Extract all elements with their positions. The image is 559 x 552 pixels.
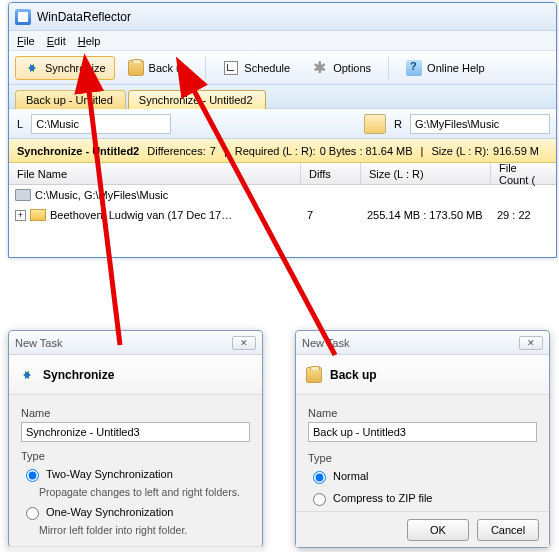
status-size-value: 916.59 M: [493, 145, 539, 157]
status-size-label: Size (L : R):: [431, 145, 489, 157]
schedule-label: Schedule: [244, 62, 290, 74]
radio-normal-input[interactable]: [313, 471, 326, 484]
menubar: File Edit Help: [9, 31, 556, 51]
backup-icon: [128, 60, 144, 76]
row-name: Beethoven, Ludwig van (17 Dec 17…: [50, 209, 232, 221]
dialog-buttons: OK Cancel: [296, 511, 549, 547]
menu-file[interactable]: File: [17, 35, 35, 47]
radio-normal-label: Normal: [333, 470, 368, 482]
toolbar: Synchronize Back up Schedule Options Onl…: [9, 51, 556, 85]
task-name-input[interactable]: [21, 422, 250, 442]
tab-synchronize[interactable]: Synchronize - Untitled2: [128, 90, 266, 109]
schedule-icon: [223, 60, 239, 76]
app-icon: [15, 9, 31, 25]
separator: [388, 57, 389, 79]
type-label: Type: [21, 450, 250, 462]
radio-one-way[interactable]: One-Way Synchronization: [21, 504, 250, 520]
row-size: 255.14 MB : 173.50 MB: [367, 209, 497, 221]
grid-header: File Name Diffs Size (L : R) File Count …: [9, 163, 556, 185]
dialog-header-label: Synchronize: [43, 368, 114, 382]
tabstrip: Back up - Untitled Synchronize - Untitle…: [9, 85, 556, 109]
row-diffs: 7: [307, 209, 367, 221]
root-path: C:\Music, G:\MyFiles\Music: [35, 189, 168, 201]
online-help-button[interactable]: Online Help: [397, 56, 493, 80]
options-button[interactable]: Options: [303, 56, 380, 80]
menu-help[interactable]: Help: [78, 35, 101, 47]
dialog-title: New Task: [15, 337, 62, 349]
online-help-label: Online Help: [427, 62, 484, 74]
status-diffs-label: Differences:: [147, 145, 206, 157]
radio-one-way-label: One-Way Synchronization: [46, 506, 173, 518]
titlebar[interactable]: WinDataReflector: [9, 3, 556, 31]
backup-label: Back up: [149, 62, 189, 74]
options-icon: [312, 60, 328, 76]
synchronize-button[interactable]: Synchronize: [15, 56, 115, 80]
grid-body: C:\Music, G:\MyFiles\Music + Beethoven, …: [9, 185, 556, 257]
row-filecount: 29 : 22: [497, 209, 550, 221]
close-icon[interactable]: ✕: [232, 336, 256, 350]
synchronize-label: Synchronize: [45, 62, 106, 74]
expander-icon[interactable]: +: [15, 210, 26, 221]
drive-icon: [15, 189, 31, 201]
radio-zip[interactable]: Compress to ZIP file: [308, 490, 537, 506]
dialog-titlebar[interactable]: New Task ✕: [296, 331, 549, 355]
col-filename[interactable]: File Name: [9, 163, 301, 184]
ok-button[interactable]: OK: [407, 519, 469, 541]
schedule-button[interactable]: Schedule: [214, 56, 299, 80]
radio-zip-label: Compress to ZIP file: [333, 492, 432, 504]
browse-folder-button[interactable]: [364, 114, 386, 134]
main-window: WinDataReflector File Edit Help Synchron…: [8, 2, 557, 258]
col-filecount[interactable]: File Count (: [491, 163, 556, 184]
sync-icon: [19, 367, 35, 383]
close-icon[interactable]: ✕: [519, 336, 543, 350]
new-task-backup-dialog: New Task ✕ Back up Name Type Normal Comp…: [295, 330, 550, 548]
radio-normal[interactable]: Normal: [308, 468, 537, 484]
type-label: Type: [308, 452, 537, 464]
status-required-value: 0 Bytes : 81.64 MB: [320, 145, 413, 157]
dialog-header: Back up: [296, 355, 549, 395]
dialog-buttons: OK Cancel: [9, 546, 262, 552]
menu-edit[interactable]: Edit: [47, 35, 66, 47]
radio-two-way[interactable]: Two-Way Synchronization: [21, 466, 250, 482]
sync-icon: [24, 60, 40, 76]
table-row[interactable]: + Beethoven, Ludwig van (17 Dec 17… 7 25…: [9, 205, 556, 225]
radio-zip-input[interactable]: [313, 493, 326, 506]
name-label: Name: [21, 407, 250, 419]
two-way-desc: Propagate changes to left and right fold…: [39, 486, 250, 498]
window-title: WinDataReflector: [37, 10, 131, 24]
right-path-label: R: [392, 118, 404, 130]
left-path-label: L: [15, 118, 25, 130]
dialog-titlebar[interactable]: New Task ✕: [9, 331, 262, 355]
radio-one-way-input[interactable]: [26, 507, 39, 520]
dialog-title: New Task: [302, 337, 349, 349]
new-task-sync-dialog: New Task ✕ Synchronize Name Type Two-Way…: [8, 330, 263, 548]
tab-backup[interactable]: Back up - Untitled: [15, 90, 126, 109]
col-diffs[interactable]: Diffs: [301, 163, 361, 184]
status-diffs-value: 7: [210, 145, 216, 157]
task-name-input[interactable]: [308, 422, 537, 442]
col-size[interactable]: Size (L : R): [361, 163, 491, 184]
help-icon: [406, 60, 422, 76]
options-label: Options: [333, 62, 371, 74]
radio-two-way-input[interactable]: [26, 469, 39, 482]
radio-two-way-label: Two-Way Synchronization: [46, 468, 173, 480]
backup-button[interactable]: Back up: [119, 56, 198, 80]
left-path-input[interactable]: [31, 114, 171, 134]
folder-icon: [30, 209, 46, 221]
one-way-desc: Mirror left folder into right folder.: [39, 524, 250, 536]
status-row: Synchronize - Untitled2 Differences: 7 |…: [9, 139, 556, 163]
cancel-button[interactable]: Cancel: [477, 519, 539, 541]
dialog-header: Synchronize: [9, 355, 262, 395]
right-path-input[interactable]: [410, 114, 550, 134]
path-row: L R: [9, 109, 556, 139]
name-label: Name: [308, 407, 537, 419]
backup-icon: [306, 367, 322, 383]
root-row[interactable]: C:\Music, G:\MyFiles\Music: [9, 185, 556, 205]
status-task-name: Synchronize - Untitled2: [17, 145, 139, 157]
separator: [205, 57, 206, 79]
dialog-header-label: Back up: [330, 368, 377, 382]
status-required-label: Required (L : R):: [235, 145, 316, 157]
